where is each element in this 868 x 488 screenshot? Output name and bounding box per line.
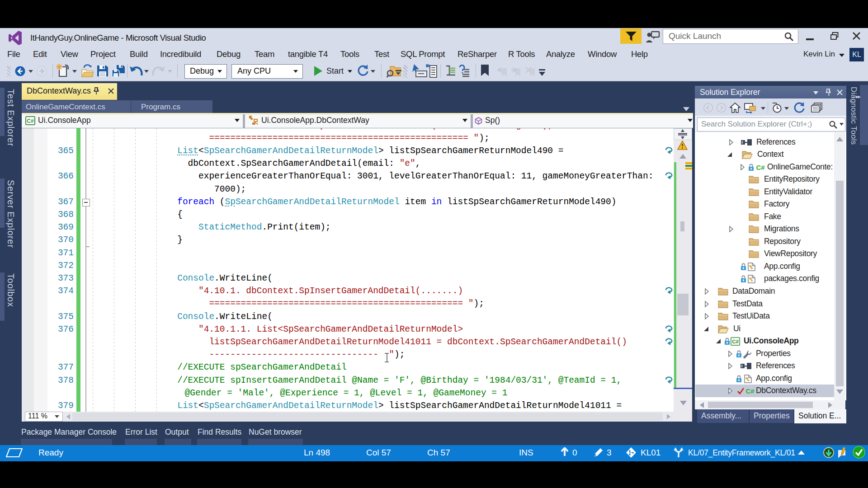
svg-text:C#: C# xyxy=(27,118,34,124)
svg-text:C#: C# xyxy=(732,339,739,344)
svg-text:C#: C# xyxy=(756,164,765,171)
svg-text:C#: C# xyxy=(745,387,755,395)
